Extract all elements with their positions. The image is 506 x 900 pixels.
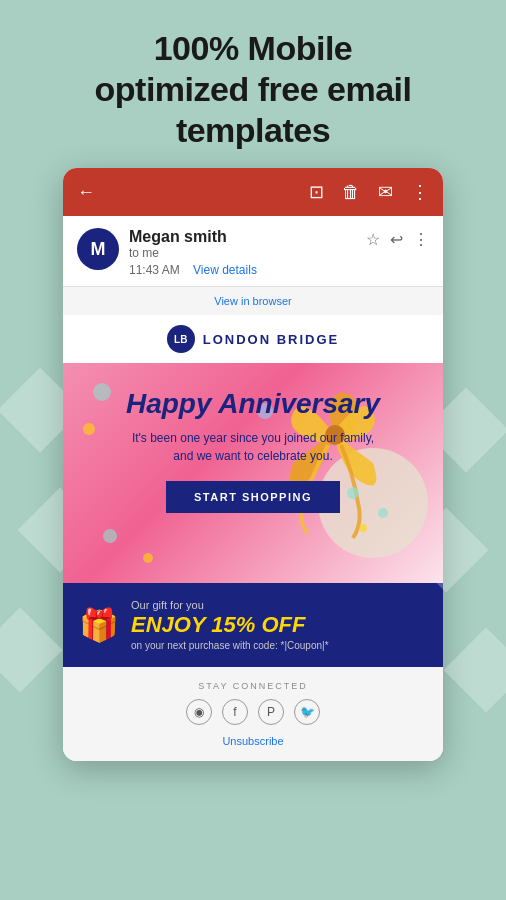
headline-text: 100% Mobile optimized free email templat… xyxy=(40,28,466,150)
anniversary-subtitle: It's been one year since you joined our … xyxy=(83,429,423,465)
unsubscribe-link[interactable]: Unsubscribe xyxy=(77,735,429,747)
to-me-label: to me xyxy=(129,246,356,260)
archive-icon[interactable]: ⊡ xyxy=(309,181,324,203)
brand-name: LONDON BRIDGE xyxy=(203,332,340,347)
pinterest-icon[interactable]: P xyxy=(258,699,284,725)
topbar-icons: ⊡ 🗑 ✉ ⋮ xyxy=(309,181,429,203)
stay-connected-label: STAY CONNECTED xyxy=(77,681,429,691)
phone-frame: ← ⊡ 🗑 ✉ ⋮ M Megan smith to me 11:43 AM V… xyxy=(63,168,443,760)
social-icons-row: ◉ f P 🐦 xyxy=(77,699,429,725)
more-icon[interactable]: ⋮ xyxy=(411,181,429,203)
email-body: View in browser LB LONDON BRIDGE xyxy=(63,287,443,760)
headline-line3: templates xyxy=(176,111,330,149)
svg-point-2 xyxy=(347,487,359,499)
svg-point-3 xyxy=(378,508,388,518)
headline-line1: 100% Mobile xyxy=(154,29,353,67)
sender-avatar: M xyxy=(77,228,119,270)
anniversary-title: Happy Anniversary xyxy=(83,387,423,421)
lb-badge: LB xyxy=(167,325,195,353)
email-meta: Megan smith to me 11:43 AM View details xyxy=(129,228,356,278)
gmail-topbar: ← ⊡ 🗑 ✉ ⋮ xyxy=(63,168,443,216)
headline-line2: optimized free email xyxy=(95,70,412,108)
delete-icon[interactable]: 🗑 xyxy=(342,182,360,203)
email-timestamp: 11:43 AM xyxy=(129,263,180,277)
star-icon[interactable]: ☆ xyxy=(366,230,380,249)
email-actions: ☆ ↩ ⋮ xyxy=(366,228,429,249)
header-more-icon[interactable]: ⋮ xyxy=(413,230,429,249)
reply-icon[interactable]: ↩ xyxy=(390,230,403,249)
headline-container: 100% Mobile optimized free email templat… xyxy=(0,0,506,168)
back-icon[interactable]: ← xyxy=(77,182,95,203)
email-icon[interactable]: ✉ xyxy=(378,181,393,203)
offer-label: Our gift for you xyxy=(131,599,427,611)
start-shopping-button[interactable]: START SHOPPING xyxy=(166,481,340,513)
offer-coupon: on your next purchase with code: *|Coupo… xyxy=(131,640,427,651)
sender-name: Megan smith xyxy=(129,228,356,246)
view-details-link[interactable]: View details xyxy=(193,263,257,277)
instagram-icon[interactable]: ◉ xyxy=(186,699,212,725)
email-banner: Happy Anniversary It's been one year sin… xyxy=(63,363,443,583)
email-header: M Megan smith to me 11:43 AM View detail… xyxy=(63,216,443,287)
logo-bar: LB LONDON BRIDGE xyxy=(63,315,443,363)
offer-discount: ENJOY 15% OFF xyxy=(131,613,427,637)
gift-icon: 🎁 xyxy=(79,606,119,644)
twitter-icon[interactable]: 🐦 xyxy=(294,699,320,725)
offer-text: Our gift for you ENJOY 15% OFF on your n… xyxy=(131,599,427,650)
email-footer: STAY CONNECTED ◉ f P 🐦 Unsubscribe xyxy=(63,667,443,761)
topbar-left: ← xyxy=(77,182,95,203)
offer-section: 🎁 Our gift for you ENJOY 15% OFF on your… xyxy=(63,583,443,666)
facebook-icon[interactable]: f xyxy=(222,699,248,725)
view-in-browser-link[interactable]: View in browser xyxy=(63,287,443,315)
svg-point-4 xyxy=(359,524,367,532)
